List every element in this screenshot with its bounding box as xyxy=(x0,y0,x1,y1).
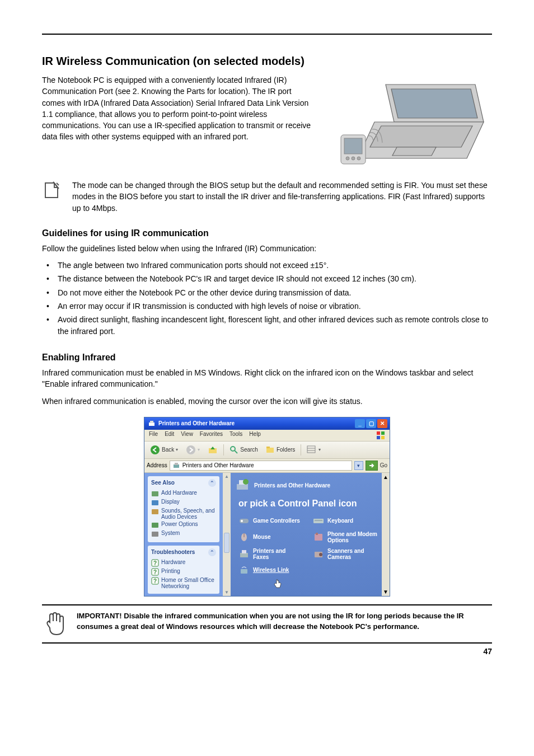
guidelines-list: •The angle between two Infrared communic… xyxy=(42,259,492,338)
forward-icon xyxy=(186,445,196,455)
back-label: Back xyxy=(162,447,174,453)
svg-point-43 xyxy=(241,520,243,522)
top-rule xyxy=(42,34,492,35)
control-panel-item-label: Phone and Modem Options xyxy=(327,531,377,543)
views-button[interactable]: ▾ xyxy=(305,444,323,456)
troubleshooter-item[interactable]: ?Hardware xyxy=(151,558,216,567)
collapse-icon[interactable]: ⌃ xyxy=(208,479,216,487)
svg-rect-23 xyxy=(307,446,315,453)
control-panel-item-icon xyxy=(313,515,324,527)
views-icon xyxy=(307,445,317,454)
menu-help[interactable]: Help xyxy=(249,431,261,440)
guideline-item-text: Avoid direct sunlight, flashing incandes… xyxy=(58,315,488,335)
side-scrollbar[interactable]: ▲ ▼ xyxy=(223,473,231,596)
control-panel-item[interactable]: Scanners and Cameras xyxy=(313,548,377,560)
side-item-icon xyxy=(151,530,159,538)
svg-point-53 xyxy=(319,553,322,556)
close-button[interactable]: ✕ xyxy=(377,419,387,428)
svg-line-20 xyxy=(235,450,237,453)
svg-rect-12 xyxy=(377,431,380,435)
forward-button[interactable]: ▾ xyxy=(184,444,202,456)
windows-flag-icon xyxy=(376,431,385,440)
side-item-label: Display xyxy=(161,499,180,505)
guidelines-intro: Follow the guidelines listed below when … xyxy=(42,243,492,254)
menubar: File Edit View Favorites Tools Help xyxy=(144,430,390,442)
control-panel-grid: Game ControllersKeyboardMousePhone and M… xyxy=(235,515,377,576)
svg-marker-1 xyxy=(391,89,477,118)
menu-view[interactable]: View xyxy=(181,431,193,440)
back-button[interactable]: Back ▾ xyxy=(148,444,180,456)
enabling-subhead: Enabling Infrared xyxy=(42,353,492,363)
bullet-icon: • xyxy=(46,300,49,312)
folders-button[interactable]: Folders xyxy=(264,444,297,456)
hand-stop-icon xyxy=(42,611,69,637)
svg-point-16 xyxy=(151,445,160,454)
troubleshooter-item[interactable]: ?Home or Small Office Networking xyxy=(151,576,216,590)
see-also-item[interactable]: Add Hardware xyxy=(151,489,216,498)
see-also-item[interactable]: System xyxy=(151,529,216,538)
main-scrollbar[interactable]: ▲ ▼ xyxy=(382,473,390,596)
svg-point-19 xyxy=(231,447,235,451)
note-text: The mode can be changed through the BIOS… xyxy=(72,180,492,214)
scroll-thumb[interactable] xyxy=(224,533,229,553)
main-header: Printers and Other Hardware xyxy=(235,478,377,493)
address-dropdown[interactable]: ▾ xyxy=(354,461,363,470)
control-panel-item[interactable]: Phone and Modem Options xyxy=(313,531,377,543)
main-subhead: or pick a Control Panel icon xyxy=(238,499,377,509)
address-field[interactable]: Printers and Other Hardware xyxy=(170,461,352,471)
control-panel-item[interactable]: Keyboard xyxy=(313,515,377,527)
window-titlebar[interactable]: Printers and Other Hardware _ ▢ ✕ xyxy=(144,417,390,430)
control-panel-item-label: Game Controllers xyxy=(253,518,300,524)
control-panel-item-label: Keyboard xyxy=(327,518,353,524)
printers-header-icon xyxy=(235,478,250,493)
guideline-item-text: The angle between two Infrared communica… xyxy=(58,261,329,270)
troubleshooter-item-label: Hardware xyxy=(161,559,185,565)
svg-rect-27 xyxy=(175,463,178,465)
control-panel-item-icon xyxy=(238,515,250,527)
collapse-icon-2[interactable]: ⌃ xyxy=(208,548,216,556)
svg-rect-39 xyxy=(237,484,248,490)
search-button[interactable]: Search xyxy=(227,444,260,456)
guideline-item: •An error may occur if IR transmission i… xyxy=(55,299,492,313)
intro-text: The Notebook PC is equipped with a conve… xyxy=(42,74,313,143)
toolbar-divider-2 xyxy=(301,444,301,456)
control-panel-item-label: Mouse xyxy=(253,534,271,540)
see-also-item[interactable]: Sounds, Speech, and Audio Devices xyxy=(151,507,216,520)
control-panel-window: Printers and Other Hardware _ ▢ ✕ File E… xyxy=(144,417,390,597)
toolbar: Back ▾ ▾ Search Folders ▾ xyxy=(144,442,390,459)
go-button[interactable] xyxy=(366,461,378,471)
side-item-icon xyxy=(151,521,159,529)
main-scroll-up-icon[interactable]: ▲ xyxy=(383,474,388,480)
control-panel-item[interactable]: Printers and Faxes xyxy=(238,548,303,560)
svg-point-7 xyxy=(346,157,349,160)
menu-tools[interactable]: Tools xyxy=(229,431,242,440)
menu-edit[interactable]: Edit xyxy=(165,431,174,440)
see-also-item[interactable]: Display xyxy=(151,498,216,507)
control-panel-item[interactable]: Game Controllers xyxy=(238,515,303,527)
go-arrow-icon xyxy=(368,462,375,469)
see-also-item[interactable]: Power Options xyxy=(151,520,216,529)
search-label: Search xyxy=(240,447,258,453)
scroll-up-icon[interactable]: ▲ xyxy=(224,474,229,479)
side-item-label: Add Hardware xyxy=(161,490,197,496)
bullet-icon: • xyxy=(46,287,49,298)
control-panel-item[interactable]: Wireless Link xyxy=(238,565,303,576)
guidelines-subhead: Guidelines for using IR communication xyxy=(42,228,492,238)
guideline-item: •The distance between the Notebook PC's … xyxy=(55,272,492,285)
note-block: The mode can be changed through the BIOS… xyxy=(42,180,492,214)
svg-rect-6 xyxy=(344,138,362,154)
views-drop-icon: ▾ xyxy=(318,447,321,452)
up-button[interactable] xyxy=(205,444,220,456)
svg-rect-44 xyxy=(313,519,324,523)
main-scroll-down-icon[interactable]: ▼ xyxy=(383,589,388,595)
minimize-button[interactable]: _ xyxy=(355,419,365,428)
menu-file[interactable]: File xyxy=(149,431,158,440)
control-panel-item[interactable]: Mouse xyxy=(238,531,303,543)
address-value: Printers and Other Hardware xyxy=(182,462,254,468)
folder-up-icon xyxy=(208,445,218,455)
maximize-button[interactable]: ▢ xyxy=(366,419,376,428)
intro-body: The Notebook PC is equipped with a conve… xyxy=(42,76,311,141)
troubleshooter-item[interactable]: ?Printing xyxy=(151,567,216,576)
scroll-down-icon[interactable]: ▼ xyxy=(224,590,229,595)
menu-favorites[interactable]: Favorites xyxy=(200,431,223,440)
